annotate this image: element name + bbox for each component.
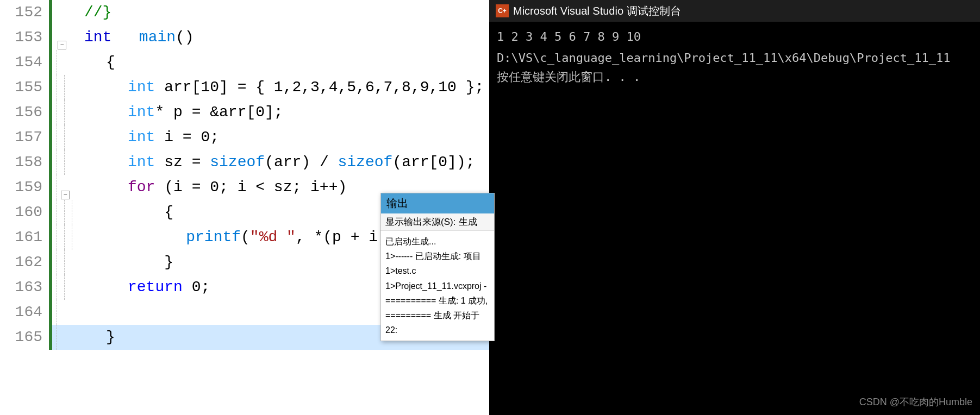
dashed-line-162b — [64, 250, 65, 275]
kw-int-156: int — [128, 104, 155, 121]
gutter-163 — [49, 275, 79, 300]
green-bar-159 — [49, 175, 52, 200]
output-line-6: ========= 生成 开始于 22: — [385, 308, 490, 337]
gutter-158 — [49, 150, 79, 175]
dashed-line-161c — [72, 225, 72, 250]
green-bar-162 — [49, 250, 52, 275]
green-bar-153 — [49, 25, 52, 50]
code-line-154: 154 { — [0, 50, 489, 75]
kw-int-158: int — [128, 154, 155, 171]
kw-int-155: int — [128, 79, 155, 96]
dashed-line-158b — [64, 150, 65, 175]
console-icon-text: C+ — [498, 7, 507, 15]
fn-printf-161: printf — [186, 229, 241, 246]
line-num-160: 160 — [0, 200, 49, 225]
dashed-line-155b — [64, 75, 65, 100]
keyword-int-153: int — [84, 29, 111, 46]
fn-main: main — [139, 29, 176, 46]
dashed-line-160b — [64, 200, 65, 225]
dashed-line-155a — [57, 75, 57, 100]
kw-for-159: for — [128, 179, 155, 196]
collapse-btn-153[interactable]: − — [58, 41, 66, 49]
dashed-line-162a — [57, 250, 57, 275]
line-content-155: int arr[10] = { 1,2,3,4,5,6,7,8,9,10 }; — [79, 75, 489, 100]
output-toolbar-label: 显示输出来源(S): — [385, 216, 455, 228]
green-bar-160 — [49, 200, 52, 225]
dashed-line-163a — [57, 275, 57, 300]
green-bar-157 — [49, 125, 52, 150]
kw-return-163: return — [128, 279, 183, 295]
output-panel: 输出 显示输出来源(S): 生成 已启动生成... 1>------ 已启动生成… — [380, 193, 495, 341]
dashed-line-161b — [64, 225, 65, 250]
line-num-157: 157 — [0, 125, 49, 150]
green-bar-164 — [49, 300, 52, 325]
line-content-152: //} — [79, 0, 489, 25]
line-num-162: 162 — [0, 250, 49, 275]
dashed-line-160a — [57, 200, 57, 225]
console-titlebar: C+ Microsoft Visual Studio 调试控制台 — [489, 0, 980, 22]
code-line-153: 153 − int main() — [0, 25, 489, 50]
str-fmt-161: "%d " — [250, 229, 296, 246]
collapse-btn-159[interactable]: − — [61, 191, 70, 199]
line-content-156: int* p = &arr[0]; — [79, 100, 489, 125]
green-bar-156 — [49, 100, 52, 125]
gutter-155 — [49, 75, 79, 100]
line-num-161: 161 — [0, 225, 49, 250]
gutter-152 — [49, 0, 79, 25]
output-content: 已启动生成... 1>------ 已启动生成: 项目 1>test.c 1>P… — [381, 231, 494, 341]
dashed-line-160c — [72, 200, 72, 225]
output-toolbar-source: 生成 — [459, 216, 477, 228]
code-line-157: 157 int i = 0; — [0, 125, 489, 150]
line-num-158: 158 — [0, 150, 49, 175]
line-num-155: 155 — [0, 75, 49, 100]
dashed-line-159a — [57, 175, 57, 200]
line-num-152: 152 — [0, 0, 49, 25]
kw-int-157: int — [128, 129, 155, 146]
line-num-164: 164 — [0, 300, 49, 325]
line-content-154: { — [79, 50, 489, 75]
fn-sizeof2-158: sizeof — [338, 154, 393, 171]
green-bar-163 — [49, 275, 52, 300]
line-content-158: int sz = sizeof(arr) / sizeof(arr[0]); — [79, 150, 489, 175]
dashed-line-164a — [57, 300, 57, 325]
output-line-3: 1>test.c — [385, 263, 490, 278]
dashed-line-156a — [57, 100, 57, 125]
code-line-158: 158 int sz = sizeof(arr) / sizeof(arr[0]… — [0, 150, 489, 175]
console-output-path: D:\VS\c_language_learning\Project_11_11\… — [497, 48, 972, 67]
dashed-line-154 — [57, 50, 57, 75]
gutter-154 — [49, 50, 79, 75]
gutter-156 — [49, 100, 79, 125]
code-line-152: 152 //} — [0, 0, 489, 25]
line-num-165: 165 — [0, 325, 49, 350]
gutter-161 — [49, 225, 79, 250]
output-line-1: 已启动生成... — [385, 234, 490, 249]
code-line-155: 155 int arr[10] = { 1,2,3,4,5,6,7,8,9,10… — [0, 75, 489, 100]
gutter-157 — [49, 125, 79, 150]
output-line-2: 1>------ 已启动生成: 项目 — [385, 249, 490, 263]
green-bar-154 — [49, 50, 52, 75]
gutter-153: − — [49, 25, 79, 50]
line-content-153: int main() — [79, 25, 489, 50]
dashed-line-163b — [64, 275, 65, 300]
console-output-prompt: 按任意键关闭此窗口. . . — [497, 67, 972, 86]
green-bar-152 — [49, 0, 52, 25]
line-num-154: 154 — [0, 50, 49, 75]
line-num-153: 153 — [0, 25, 49, 50]
line-num-156: 156 — [0, 100, 49, 125]
green-bar-158 — [49, 150, 52, 175]
green-bar-165 — [49, 325, 52, 350]
gutter-164 — [49, 300, 79, 325]
gutter-162 — [49, 250, 79, 275]
console-body: 1 2 3 4 5 6 7 8 9 10 D:\VS\c_language_le… — [489, 22, 980, 92]
dashed-line-157b — [64, 125, 65, 150]
output-line-4: 1>Project_11_11.vcxproj - — [385, 279, 490, 293]
gutter-160 — [49, 200, 79, 225]
console-icon: C+ — [496, 4, 509, 17]
console-output-numbers: 1 2 3 4 5 6 7 8 9 10 — [497, 27, 972, 46]
output-toolbar: 显示输出来源(S): 生成 — [381, 213, 494, 231]
dashed-line-157a — [57, 125, 57, 150]
line-content-157: int i = 0; — [79, 125, 489, 150]
green-bar-155 — [49, 75, 52, 100]
output-titlebar: 输出 — [381, 193, 494, 213]
console-window: C+ Microsoft Visual Studio 调试控制台 1 2 3 4… — [489, 0, 980, 415]
